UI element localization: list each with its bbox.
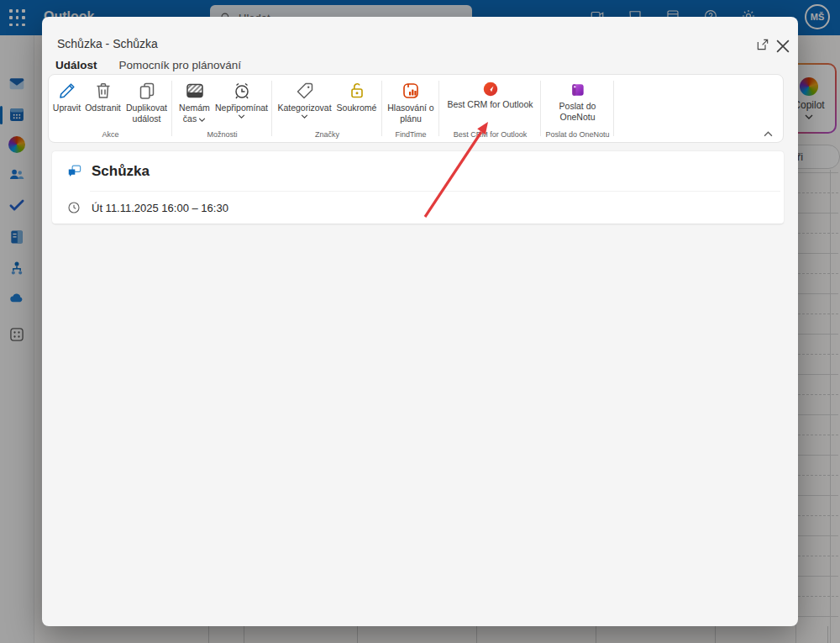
open-in-new-window-icon[interactable]: [756, 38, 769, 51]
alarm-clock-icon: [232, 81, 252, 101]
meeting-chat-icon: [66, 163, 82, 179]
findtime-poll-icon: [401, 81, 421, 101]
edit-button[interactable]: Upravit: [50, 79, 84, 113]
pencil-icon: [57, 81, 77, 101]
private-button[interactable]: Soukromé: [334, 79, 380, 113]
open-padlock-icon: [347, 81, 367, 101]
best-crm-for-outlook-button[interactable]: Best CRM for Outlook: [442, 79, 539, 110]
ribbon-group-moznosti: Nemám čas Nepřipomínat Možnosti: [172, 75, 272, 142]
ribbon-group-best-crm: Best CRM for Outlook Best CRM for Outloo…: [439, 75, 541, 142]
event-time: Út 11.11.2025 16:00 – 16:30: [92, 202, 228, 214]
tag-icon: [295, 81, 315, 101]
ribbon-group-label: Značky: [272, 130, 382, 139]
event-time-row: Út 11.11.2025 16:00 – 16:30: [52, 192, 784, 224]
busy-status-button[interactable]: Nemám čas: [176, 79, 214, 124]
event-title: Schůzka: [92, 163, 150, 180]
busy-status-icon: [185, 81, 205, 101]
event-title-row: Schůzka: [52, 151, 784, 191]
chevron-down-icon: [238, 114, 245, 119]
ribbon-group-findtime: Hlasování o plánu FindTime: [382, 75, 439, 142]
collapse-ribbon-chevron-up-icon[interactable]: [764, 131, 773, 137]
delete-button[interactable]: Odstranit: [84, 79, 123, 113]
duplicate-event-button[interactable]: Duplikovat událost: [123, 79, 171, 124]
close-icon[interactable]: [774, 38, 791, 55]
ribbon-group-label: Best CRM for Outlook: [439, 130, 541, 139]
reminder-button[interactable]: Nepřipomínat: [214, 79, 270, 119]
onenote-icon: [570, 82, 586, 98]
send-to-onenote-button[interactable]: Poslat do OneNotu: [543, 79, 613, 123]
chevron-down-icon: [198, 118, 206, 122]
ribbon-group-label: Poslat do OneNotu: [541, 130, 614, 139]
copy-icon: [137, 81, 157, 101]
scheduling-poll-button[interactable]: Hlasování o plánu: [384, 79, 438, 124]
categorize-button[interactable]: Kategorizovat: [276, 79, 334, 119]
screen: Outlook Hledat MŠ: [0, 0, 840, 643]
ribbon-group-label: Akce: [49, 130, 172, 139]
event-summary-card: Schůzka Út 11.11.2025 16:00 – 16:30: [52, 151, 784, 224]
dialog-title: Schůzka - Schůzka: [57, 37, 158, 50]
ribbon-group-onenote: Poslat do OneNotu Poslat do OneNotu: [541, 75, 614, 142]
ribbon-group-label: FindTime: [382, 130, 439, 139]
ribbon: Upravit Odstranit Duplikovat událost Akc…: [48, 74, 784, 143]
chevron-down-icon: [301, 114, 308, 119]
best-crm-icon: [483, 82, 498, 97]
ribbon-group-akce: Upravit Odstranit Duplikovat událost Akc…: [49, 75, 172, 142]
trash-icon: [93, 81, 113, 101]
clock-icon: [67, 201, 81, 214]
ribbon-group-label: Možnosti: [172, 130, 272, 139]
event-dialog: Schůzka - Schůzka Událost Pomocník pro p…: [42, 17, 798, 626]
ribbon-group-znacky: Kategorizovat Soukromé Značky: [272, 75, 382, 142]
